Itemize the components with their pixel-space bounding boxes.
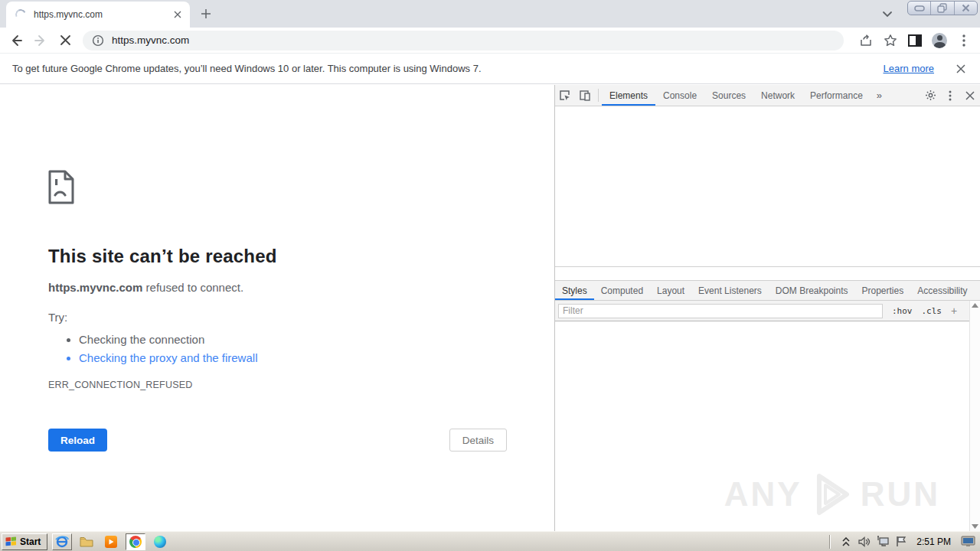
watermark-text-any: ANY bbox=[724, 475, 802, 514]
styles-sidebar-tabs: Styles Computed Layout Event Listeners D… bbox=[555, 280, 980, 301]
page-info-icon[interactable] bbox=[92, 34, 104, 47]
restore-button[interactable] bbox=[931, 2, 954, 15]
infobar-close-icon[interactable] bbox=[954, 62, 968, 76]
anyrun-play-logo-icon bbox=[807, 470, 856, 519]
scroll-down-icon[interactable] bbox=[972, 524, 978, 529]
new-tab-button[interactable] bbox=[198, 5, 214, 22]
error-subtitle: https.myvnc.com refused to connect. bbox=[48, 281, 508, 294]
action-center-flag-icon[interactable] bbox=[893, 535, 909, 549]
sidebar-tab-dom-breakpoints[interactable]: DOM Breakpoints bbox=[769, 281, 855, 300]
system-tray: 2:51 PM bbox=[825, 533, 978, 550]
taskbar-media-player-button[interactable] bbox=[101, 533, 121, 550]
taskbar: Start bbox=[0, 531, 980, 551]
taskbar-internet-explorer-button[interactable] bbox=[52, 533, 72, 550]
error-code: ERR_CONNECTION_REFUSED bbox=[48, 380, 508, 390]
bookmark-star-icon[interactable] bbox=[880, 31, 900, 51]
pseudo-state-toggle[interactable]: :hov bbox=[892, 306, 913, 316]
new-style-rule-icon[interactable]: + bbox=[951, 305, 957, 317]
infobar-message: To get future Google Chrome updates, you… bbox=[12, 63, 884, 74]
styles-pane-body[interactable]: ANY RUN bbox=[555, 321, 980, 531]
windows-logo-icon bbox=[5, 536, 17, 546]
reload-button[interactable]: Reload bbox=[48, 429, 107, 452]
taskbar-edge-button[interactable] bbox=[150, 533, 170, 550]
elements-breadcrumb-bar bbox=[555, 267, 980, 280]
tab-search-chevron-icon[interactable] bbox=[880, 7, 894, 21]
more-tabs-icon[interactable]: » bbox=[871, 85, 888, 106]
tab-close-icon[interactable] bbox=[172, 8, 184, 21]
sidebar-tab-computed[interactable]: Computed bbox=[594, 281, 650, 300]
devtools-tab-elements[interactable]: Elements bbox=[602, 85, 655, 106]
media-player-icon bbox=[105, 536, 117, 548]
devtools-panel: Elements Console Sources Network Perform… bbox=[554, 85, 980, 531]
tray-divider bbox=[829, 535, 831, 549]
edge-icon bbox=[154, 536, 166, 548]
volume-icon[interactable] bbox=[857, 535, 872, 549]
show-desktop-button[interactable] bbox=[960, 535, 975, 549]
error-title: This site can’t be reached bbox=[48, 246, 508, 267]
chrome-icon bbox=[129, 536, 142, 548]
stop-button[interactable] bbox=[55, 31, 75, 51]
tab-loading-spinner-icon bbox=[14, 8, 28, 21]
sidebar-tab-event-listeners[interactable]: Event Listeners bbox=[691, 281, 769, 300]
sidebar-tab-layout[interactable]: Layout bbox=[650, 281, 691, 300]
start-button[interactable]: Start bbox=[2, 533, 47, 550]
taskbar-explorer-button[interactable] bbox=[77, 533, 96, 550]
close-window-button[interactable] bbox=[955, 2, 977, 15]
device-toolbar-icon[interactable] bbox=[575, 85, 595, 106]
network-icon[interactable] bbox=[875, 535, 890, 549]
suggestion-list: Checking the connection Checking the pro… bbox=[79, 331, 508, 367]
address-bar[interactable]: https.myvnc.com bbox=[83, 31, 844, 51]
chrome-update-infobar: To get future Google Chrome updates, you… bbox=[0, 54, 980, 84]
main-area: This site can’t be reached https.myvnc.c… bbox=[0, 85, 980, 531]
error-page: This site can’t be reached https.myvnc.c… bbox=[0, 85, 554, 531]
devtools-toolbar: Elements Console Sources Network Perform… bbox=[555, 85, 980, 106]
back-button[interactable] bbox=[6, 31, 26, 51]
window-controls bbox=[907, 1, 978, 15]
devtools-close-icon[interactable] bbox=[960, 85, 980, 106]
tab-strip: https.myvnc.com bbox=[0, 0, 980, 28]
sidebar-tab-accessibility[interactable]: Accessibility bbox=[910, 281, 974, 300]
folder-icon bbox=[80, 536, 93, 547]
share-icon[interactable] bbox=[856, 31, 876, 51]
learn-more-link[interactable]: Learn more bbox=[884, 63, 934, 74]
devtools-settings-gear-icon[interactable] bbox=[920, 85, 940, 106]
url-text[interactable]: https.myvnc.com bbox=[112, 34, 189, 46]
devtools-menu-dots-icon[interactable] bbox=[940, 85, 960, 106]
inspect-element-icon[interactable] bbox=[555, 85, 575, 106]
browser-toolbar: https.myvnc.com bbox=[0, 28, 980, 54]
devtools-tab-network[interactable]: Network bbox=[753, 85, 802, 106]
minimize-button[interactable] bbox=[908, 2, 931, 15]
try-label: Try: bbox=[48, 311, 508, 324]
details-button[interactable]: Details bbox=[449, 429, 507, 452]
show-hidden-icons-button[interactable] bbox=[838, 535, 854, 549]
styles-scrollbar[interactable] bbox=[969, 301, 980, 531]
menu-dots-icon[interactable] bbox=[954, 31, 974, 51]
sad-page-icon bbox=[48, 170, 74, 204]
suggestion-item: Checking the connection bbox=[79, 331, 508, 349]
profile-avatar[interactable] bbox=[929, 31, 949, 51]
sidebar-tab-properties[interactable]: Properties bbox=[855, 281, 911, 300]
forward-button[interactable] bbox=[31, 31, 51, 51]
styles-filter-bar: :hov .cls + bbox=[555, 301, 980, 321]
browser-tab[interactable]: https.myvnc.com bbox=[6, 2, 190, 28]
styles-filter-input[interactable] bbox=[558, 304, 883, 318]
devtools-tab-sources[interactable]: Sources bbox=[704, 85, 753, 106]
taskbar-chrome-button[interactable] bbox=[126, 533, 145, 550]
devtools-tab-performance[interactable]: Performance bbox=[802, 85, 871, 106]
error-domain: https.myvnc.com bbox=[48, 281, 142, 294]
watermark-text-run: RUN bbox=[861, 475, 940, 514]
sidebar-tab-styles[interactable]: Styles bbox=[555, 281, 594, 300]
suggestion-proxy-link[interactable]: Checking the proxy and the firewall bbox=[79, 349, 508, 367]
start-label: Start bbox=[20, 536, 41, 547]
devtools-tab-console[interactable]: Console bbox=[655, 85, 704, 106]
elements-tree-panel[interactable] bbox=[555, 106, 980, 267]
internet-explorer-icon bbox=[55, 536, 69, 548]
tab-title: https.myvnc.com bbox=[34, 9, 172, 20]
taskbar-clock[interactable]: 2:51 PM bbox=[916, 536, 951, 547]
element-class-toggle[interactable]: .cls bbox=[922, 306, 942, 316]
anyrun-watermark: ANY RUN bbox=[724, 470, 940, 519]
scroll-up-icon[interactable] bbox=[972, 303, 978, 308]
side-panel-icon[interactable] bbox=[905, 31, 925, 51]
